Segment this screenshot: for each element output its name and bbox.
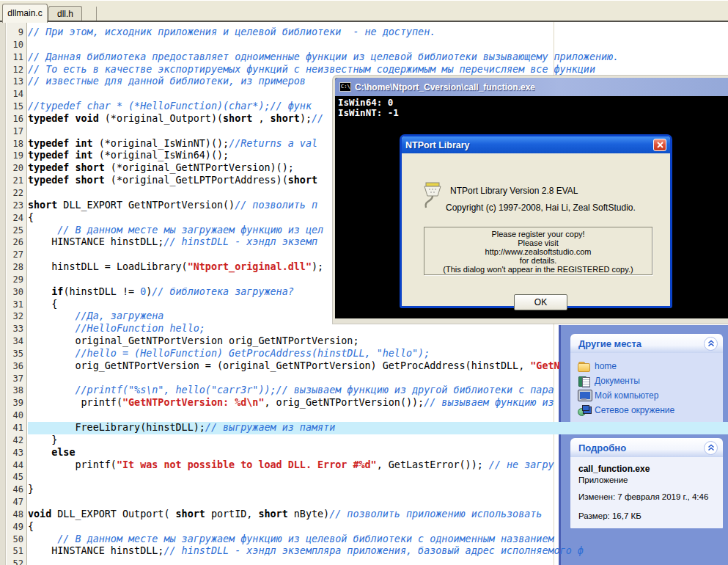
line-number: 41 <box>7 422 26 434</box>
code-line-23[interactable]: short DLL_EXPORT GetNTPortVersion()// по… <box>28 200 728 212</box>
code-line-28[interactable]: hinstDLL = LoadLibrary("Ntport_original.… <box>28 261 728 274</box>
tab-divider <box>96 7 97 21</box>
line-number: 25 <box>7 225 26 237</box>
line-number: 29 <box>7 274 26 286</box>
line-number: 38 <box>7 384 26 397</box>
code-line-31[interactable]: { <box>28 299 728 311</box>
code-line-24[interactable]: { <box>28 212 728 225</box>
code-line-44[interactable]: printf("It was not possible to load DLL.… <box>28 459 728 472</box>
line-number: 27 <box>7 249 26 261</box>
line-number: 13 <box>7 76 26 88</box>
line-number: 17 <box>7 125 26 138</box>
code-line-25[interactable]: // В данном месте мы загружаем функцию и… <box>28 225 728 237</box>
line-number: 24 <box>7 212 26 225</box>
code-line-36[interactable]: orig_GetNTPortVersion = (original_GetNTP… <box>28 360 728 373</box>
code-line-13[interactable]: // известные для данной библиотеки, из п… <box>28 76 728 88</box>
code-line-17[interactable] <box>28 125 728 138</box>
code-line-34[interactable]: original_GetNTPortVersion orig_GetNTPort… <box>28 335 728 348</box>
line-number: 26 <box>7 236 26 249</box>
code-line-52[interactable] <box>28 558 728 565</box>
line-number: 52 <box>7 558 26 565</box>
code-line-32[interactable]: //Да, загружена <box>28 310 728 323</box>
code-line-18[interactable]: typedef int (*original_IsWinNT)();//Retu… <box>28 138 728 150</box>
line-number: 36 <box>7 360 26 373</box>
line-number: 22 <box>7 187 26 200</box>
line-number: 19 <box>7 150 26 162</box>
tab-dll-h[interactable]: dll.h <box>48 6 82 23</box>
tab-dllmain-c[interactable]: dllmain.c <box>2 4 48 23</box>
code-line-41[interactable]: FreeLibrary(hinstDLL);// выгружаем из па… <box>28 422 728 434</box>
code-line-26[interactable]: HINSTANCE hinstDLL;// hinstDLL - хэндл э… <box>28 236 728 249</box>
line-number: 14 <box>7 88 26 101</box>
line-number: 34 <box>7 335 26 348</box>
line-number: 44 <box>7 459 26 472</box>
code-line-21[interactable]: typedef short (*original_GetLPTPortAddre… <box>28 175 728 187</box>
folding-margin <box>0 22 6 565</box>
code-line-29[interactable] <box>28 274 728 286</box>
code-line-51[interactable]: HINSTANCE hinstDLL;// hinstDLL - хэндл э… <box>28 545 728 558</box>
screen: dllmain.c dll.h 910111213141516171819202… <box>0 0 728 565</box>
code-line-47[interactable] <box>28 496 728 508</box>
line-number: 31 <box>7 299 26 311</box>
code-line-22[interactable] <box>28 187 728 200</box>
code-line-43[interactable]: else <box>28 447 728 459</box>
line-number: 45 <box>7 471 26 484</box>
line-number: 23 <box>7 200 26 212</box>
code-line-48[interactable]: void DLL_EXPORT Outport( short portID, s… <box>28 508 728 521</box>
line-number: 12 <box>7 64 26 76</box>
line-number: 47 <box>7 496 26 508</box>
code-line-37[interactable] <box>28 373 728 385</box>
code-line-10[interactable] <box>28 39 728 51</box>
code-line-9[interactable]: // При этом, исходник приложения и целев… <box>28 26 728 39</box>
line-number-gutter: 9101112131415161718192021222324252627282… <box>7 22 27 565</box>
code-line-49[interactable]: { <box>28 521 728 533</box>
line-number: 43 <box>7 447 26 459</box>
line-number: 51 <box>7 545 26 558</box>
code-line-14[interactable] <box>28 88 728 101</box>
code-line-46[interactable]: } <box>28 484 728 496</box>
line-number: 15 <box>7 101 26 113</box>
code-line-19[interactable]: typedef int (*original_IsWin64)(); <box>28 150 728 162</box>
line-number: 50 <box>7 533 26 546</box>
line-number: 42 <box>7 434 26 447</box>
code-line-50[interactable]: // В данном месте мы загружаем функцию и… <box>28 533 728 546</box>
code-line-15[interactable]: //typedef char * (*HelloFunction)(char*)… <box>28 101 728 113</box>
line-number: 21 <box>7 175 26 187</box>
line-number: 30 <box>7 286 26 299</box>
line-number: 9 <box>7 26 26 39</box>
line-number: 11 <box>7 51 26 64</box>
code-text-area[interactable]: // При этом, исходник приложения и целев… <box>28 22 728 565</box>
code-line-42[interactable]: } <box>28 434 728 447</box>
code-editor[interactable]: 9101112131415161718192021222324252627282… <box>0 22 728 565</box>
line-number: 35 <box>7 348 26 360</box>
code-line-27[interactable] <box>28 249 728 261</box>
line-number: 28 <box>7 261 26 274</box>
code-line-40[interactable] <box>28 409 728 422</box>
line-number: 40 <box>7 409 26 422</box>
editor-tab-strip: dllmain.c dll.h <box>0 0 728 22</box>
code-line-35[interactable]: //hello = (HelloFunction) GetProcAddress… <box>28 348 728 360</box>
code-line-20[interactable]: typedef short (*original_GetNTPortVersio… <box>28 162 728 175</box>
line-number: 46 <box>7 484 26 496</box>
code-line-12[interactable]: // То есть в качестве экспортируемых фун… <box>28 64 728 76</box>
line-number: 39 <box>7 397 26 409</box>
code-line-16[interactable]: typedef void (*original_Outport)(short ,… <box>28 113 728 125</box>
code-line-38[interactable]: //printf("%s\n", hello("carr3r"));// выз… <box>28 384 728 397</box>
line-number: 37 <box>7 373 26 385</box>
code-line-39[interactable]: printf("GetNTPortVersion: %d\n", orig_Ge… <box>28 397 728 409</box>
line-number: 10 <box>7 39 26 51</box>
line-number: 20 <box>7 162 26 175</box>
line-number: 18 <box>7 138 26 150</box>
code-line-11[interactable]: // Данная библиотека предоставляет однои… <box>28 51 728 64</box>
line-number: 32 <box>7 310 26 323</box>
line-number: 33 <box>7 323 26 335</box>
line-number: 16 <box>7 113 26 125</box>
code-line-30[interactable]: if(hinstDLL != 0)// библиотека загружена… <box>28 286 728 299</box>
line-number: 49 <box>7 521 26 533</box>
code-line-33[interactable]: //HelloFunction hello; <box>28 323 728 335</box>
code-line-45[interactable] <box>28 471 728 484</box>
line-number: 48 <box>7 508 26 521</box>
